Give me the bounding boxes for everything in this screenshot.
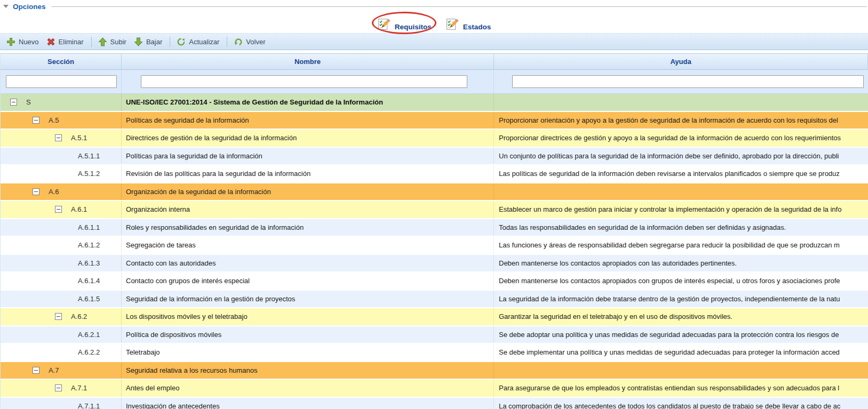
- row-section-label: A.6.1.5: [78, 295, 100, 303]
- table-row[interactable]: A.5.1Directrices de gestión de la seguri…: [1, 130, 868, 148]
- row-section-cell: A.6.2: [1, 308, 122, 325]
- fieldset-rule: [51, 6, 867, 7]
- tree-collapse-toggle-icon[interactable]: [55, 206, 62, 213]
- table-row[interactable]: A.5Políticas de seguridad de la informac…: [1, 112, 868, 130]
- row-name-cell: Revisión de las políticas para la seguri…: [122, 165, 494, 182]
- tree-collapse-toggle-icon[interactable]: [33, 188, 39, 195]
- row-name-cell: Antes del empleo: [122, 380, 494, 397]
- row-help-cell: Se debe implementar una política y unas …: [494, 344, 868, 361]
- collapse-arrow-icon[interactable]: [3, 5, 9, 8]
- row-help-cell: Para asegurarse de que los empleados y c…: [494, 380, 868, 397]
- row-name-cell: Los dispositivos móviles y el teletrabaj…: [122, 308, 494, 325]
- table-row[interactable]: A.7.1.1Investigación de antecedentesLa c…: [1, 398, 868, 409]
- row-help-cell: Las políticas de seguridad de la informa…: [494, 165, 868, 182]
- requisitos-link[interactable]: Requisitos: [377, 17, 432, 31]
- row-name-cell: Segregación de tareas: [122, 237, 494, 254]
- back-button[interactable]: Volver: [230, 36, 269, 48]
- row-section-label: A.6.1.4: [78, 277, 100, 285]
- row-section-cell: A.6.1.1: [1, 219, 122, 236]
- table-row[interactable]: A.6.1.1Roles y responsabilidades en segu…: [1, 219, 868, 237]
- column-header-ayuda[interactable]: Ayuda: [494, 54, 868, 69]
- row-name-cell: Contacto con grupos de interés especial: [122, 272, 494, 290]
- row-section-cell: A.5.1.2: [1, 165, 122, 182]
- tree-collapse-toggle-icon[interactable]: [33, 117, 39, 124]
- panel-title: Opciones: [13, 3, 46, 11]
- move-up-button[interactable]: Subir: [95, 36, 131, 48]
- row-help-cell: Garantizar la seguridad en el teletrabaj…: [494, 308, 868, 325]
- row-section-cell: A.6.2.2: [1, 344, 122, 361]
- tree-collapse-toggle-icon[interactable]: [10, 99, 17, 106]
- table-row[interactable]: A.6Organización de la seguridad de la in…: [1, 183, 868, 202]
- row-section-cell: A.6.1.5: [1, 291, 122, 308]
- seccion-filter-input[interactable]: [6, 75, 117, 88]
- column-header-nombre[interactable]: Nombre: [122, 54, 494, 69]
- row-section-cell: A.5: [1, 112, 122, 129]
- table-row[interactable]: A.6.2Los dispositivos móviles y el telet…: [1, 308, 868, 326]
- back-arrow-icon: [234, 37, 243, 46]
- table-row[interactable]: A.6.1.2Segregación de tareasLas funcione…: [1, 237, 868, 255]
- row-help-cell: Un conjunto de políticas para la segurid…: [494, 148, 868, 165]
- estados-link[interactable]: Estados: [445, 17, 491, 31]
- row-section-cell: A.6.1.4: [1, 272, 122, 290]
- row-section-label: A.7.1: [71, 384, 87, 392]
- row-section-cell: A.6: [1, 183, 122, 201]
- row-section-cell: A.6.1.3: [1, 255, 122, 272]
- table-row[interactable]: A.6.1.4Contacto con grupos de interés es…: [1, 272, 868, 291]
- edit-note-icon: [445, 17, 460, 31]
- nombre-filter-input[interactable]: [141, 75, 467, 88]
- requirements-tree-grid: Sección Nombre Ayuda SUNE-ISO/IEC 27001:…: [0, 53, 868, 409]
- mode-links-row: Requisitos Estados: [0, 11, 868, 33]
- row-section-label: A.7: [49, 366, 59, 374]
- row-section-label: A.6.2.2: [78, 348, 100, 356]
- row-section-label: A.7.1.1: [78, 402, 100, 409]
- tree-collapse-toggle-icon[interactable]: [55, 313, 62, 320]
- tree-collapse-toggle-icon[interactable]: [55, 384, 62, 391]
- row-help-cell: [494, 94, 868, 111]
- row-section-cell: S: [1, 94, 122, 111]
- delete-button[interactable]: Eliminar: [43, 36, 88, 48]
- tree-collapse-toggle-icon[interactable]: [33, 367, 39, 374]
- row-help-cell: Establecer un marco de gestión para inic…: [494, 201, 868, 218]
- row-help-cell: La seguridad de la información debe trat…: [494, 291, 868, 308]
- row-help-cell: Proporcionar orientación y apoyo a la ge…: [494, 112, 868, 129]
- row-name-cell: Contacto con las autoridades: [122, 255, 494, 272]
- row-section-label: A.6.1: [71, 205, 87, 213]
- row-name-cell: Seguridad relativa a los recursos humano…: [122, 362, 494, 379]
- row-section-cell: A.5.1: [1, 130, 122, 147]
- table-row[interactable]: A.6.1.3Contacto con las autoridadesDeben…: [1, 255, 868, 273]
- row-name-cell: Política de dispositivos móviles: [122, 326, 494, 343]
- table-row[interactable]: A.7Seguridad relativa a los recursos hum…: [1, 362, 868, 380]
- table-row[interactable]: A.7.1Antes del empleoPara asegurarse de …: [1, 380, 868, 398]
- row-section-label: A.6: [49, 188, 59, 196]
- grid-toolbar: Nuevo Eliminar Subir Bajar Actualizar: [0, 33, 868, 50]
- table-row[interactable]: A.5.1.1Políticas para la seguridad de la…: [1, 148, 868, 166]
- row-name-cell: Organización interna: [122, 201, 494, 218]
- refresh-button[interactable]: Actualizar: [173, 36, 224, 48]
- row-section-cell: A.6.2.1: [1, 326, 122, 343]
- row-section-label: A.5: [49, 116, 59, 124]
- table-row[interactable]: A.6.2.1Política de dispositivos móvilesS…: [1, 326, 868, 344]
- column-header-seccion[interactable]: Sección: [1, 54, 122, 69]
- down-arrow-icon: [134, 37, 143, 46]
- row-help-cell: [494, 362, 868, 379]
- up-arrow-icon: [98, 37, 107, 46]
- table-row[interactable]: A.6.2.2TeletrabajoSe debe implementar un…: [1, 344, 868, 362]
- row-section-label: A.6.1.2: [78, 241, 100, 249]
- row-section-label: A.6.1.1: [78, 223, 100, 231]
- table-row[interactable]: SUNE-ISO/IEC 27001:2014 - Sistema de Ges…: [1, 94, 868, 112]
- tree-collapse-toggle-icon[interactable]: [55, 134, 62, 141]
- table-row[interactable]: A.6.1Organización internaEstablecer un m…: [1, 201, 868, 219]
- table-row[interactable]: A.5.1.2Revisión de las políticas para la…: [1, 165, 868, 183]
- row-section-label: A.6.1.3: [78, 259, 100, 267]
- row-help-cell: Todas las responsabilidades en seguridad…: [494, 219, 868, 236]
- row-section-cell: A.7: [1, 362, 122, 379]
- table-row[interactable]: A.6.1.5Seguridad de la información en la…: [1, 291, 868, 309]
- new-button[interactable]: Nuevo: [3, 36, 43, 48]
- ayuda-filter-input[interactable]: [512, 75, 864, 88]
- red-x-icon: [46, 37, 55, 46]
- row-name-cell: Investigación de antecedentes: [122, 398, 494, 409]
- row-name-cell: Seguridad de la información en la gestió…: [122, 291, 494, 308]
- row-help-cell: Deben mantenerse los contactos apropiado…: [494, 272, 868, 290]
- move-down-button[interactable]: Bajar: [131, 36, 166, 48]
- row-section-cell: A.7.1.1: [1, 398, 122, 409]
